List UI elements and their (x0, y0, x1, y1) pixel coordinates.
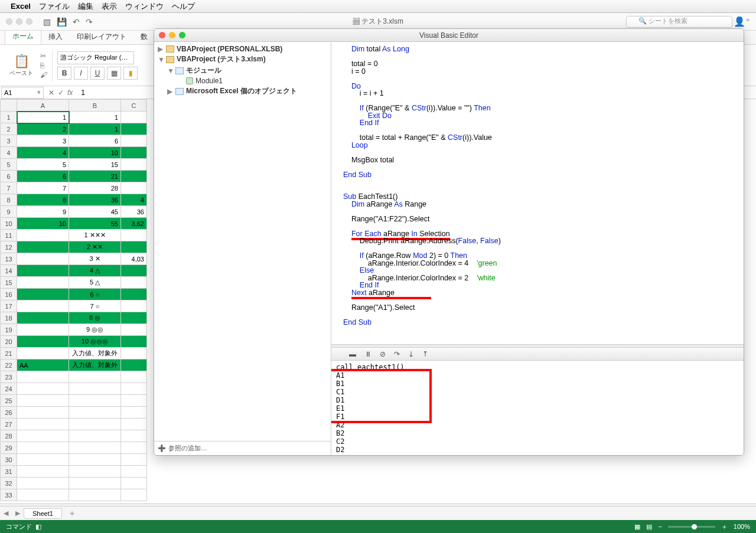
cell[interactable]: 4 △ (69, 265, 121, 277)
name-box[interactable]: A1▾ (1, 87, 44, 99)
row-header[interactable]: 25 (1, 395, 17, 407)
cell[interactable] (69, 430, 121, 442)
underline-button[interactable]: U (90, 67, 105, 80)
cell[interactable]: 1 (69, 112, 121, 123)
cell[interactable] (121, 383, 147, 395)
cell[interactable] (17, 466, 69, 478)
cell[interactable] (17, 478, 69, 489)
step-over-icon[interactable]: ↷ (394, 350, 400, 358)
cell[interactable] (69, 489, 121, 501)
row-header[interactable]: 6 (1, 171, 17, 182)
tree-node[interactable]: Module1 (154, 76, 331, 86)
cell[interactable]: 2 (17, 123, 69, 135)
row-header[interactable]: 23 (1, 371, 17, 383)
cell[interactable]: 4 (121, 194, 147, 206)
cell[interactable] (121, 265, 147, 277)
undo-icon[interactable]: ↶ (73, 17, 80, 27)
cell[interactable]: 8 (17, 194, 69, 206)
col-header[interactable]: B (69, 100, 121, 112)
cell[interactable] (121, 478, 147, 489)
fill-color-button[interactable]: ▮ (123, 67, 138, 80)
cell[interactable] (121, 312, 147, 324)
cell[interactable] (17, 241, 69, 253)
ribbon-tab[interactable]: ホーム (5, 28, 41, 44)
cell[interactable] (69, 454, 121, 466)
tree-node[interactable]: ▶VBAProject (PERSONAL.XLSB) (154, 44, 331, 54)
cell[interactable]: 36 (69, 194, 121, 206)
cell[interactable] (121, 135, 147, 147)
cell[interactable] (121, 123, 147, 135)
row-header[interactable]: 33 (1, 489, 17, 501)
cell[interactable] (121, 442, 147, 454)
cell[interactable] (69, 478, 121, 489)
bold-button[interactable]: B (57, 67, 71, 80)
cell[interactable] (121, 112, 147, 123)
row-header[interactable]: 18 (1, 312, 17, 324)
zoom-icon[interactable] (179, 32, 185, 38)
cell[interactable] (121, 182, 147, 194)
immediate-window[interactable]: call eachtest1() A1 B1 C1 D1 E1 F1 A2 B2… (331, 361, 744, 455)
zoom-slider[interactable] (668, 526, 715, 528)
cell[interactable]: 1 (69, 123, 121, 135)
cell[interactable]: 1 (17, 112, 69, 123)
cell[interactable]: 7 (17, 182, 69, 194)
cell[interactable] (17, 395, 69, 407)
cell[interactable]: 4 (17, 147, 69, 159)
cell[interactable] (17, 277, 69, 289)
minimize-icon[interactable] (169, 32, 175, 38)
sheet-tab[interactable]: Sheet1 (24, 508, 62, 519)
tree-node[interactable]: ▼モジュール (154, 65, 331, 76)
font-selector[interactable]: 游ゴシック Regular (… (57, 51, 134, 64)
zoom-value[interactable]: 100% (734, 523, 750, 530)
cell[interactable] (121, 300, 147, 312)
tree-node[interactable]: ▼VBAProject (テスト3.xlsm) (154, 54, 331, 65)
cell[interactable] (121, 324, 147, 336)
cell[interactable]: 8 ◎ (69, 312, 121, 324)
row-header[interactable]: 29 (1, 442, 17, 454)
cell[interactable] (17, 312, 69, 324)
row-header[interactable]: 31 (1, 466, 17, 478)
cell[interactable]: 28 (69, 182, 121, 194)
cell[interactable] (121, 241, 147, 253)
row-header[interactable]: 3 (1, 135, 17, 147)
cell[interactable] (17, 407, 69, 418)
cell[interactable]: 45 (69, 206, 121, 218)
row-header[interactable]: 10 (1, 218, 17, 230)
cell[interactable] (17, 454, 69, 466)
ribbon-tab[interactable]: 数 (133, 30, 155, 44)
save-icon[interactable]: ▧ (43, 17, 51, 27)
cell[interactable]: 55 (69, 218, 121, 230)
macro-rec-icon[interactable]: ◧ (35, 523, 41, 530)
run-icon[interactable]: ▬ (349, 350, 356, 358)
app-name[interactable]: Excel (11, 2, 31, 11)
row-header[interactable]: 15 (1, 277, 17, 289)
cell[interactable] (17, 289, 69, 300)
row-header[interactable]: 27 (1, 418, 17, 430)
cancel-icon[interactable]: ✕ (48, 89, 54, 97)
cell[interactable] (121, 289, 147, 300)
cell[interactable] (17, 430, 69, 442)
save-icon-2[interactable]: 💾 (57, 17, 67, 27)
cell[interactable] (17, 300, 69, 312)
cell[interactable]: 10 (69, 147, 121, 159)
cell[interactable]: 5 △ (69, 277, 121, 289)
cell[interactable]: 4,03 (121, 253, 147, 265)
add-reference-link[interactable]: ➕参照の追加… (154, 441, 331, 455)
cell[interactable] (17, 230, 69, 241)
row-header[interactable]: 28 (1, 430, 17, 442)
cell[interactable] (17, 336, 69, 348)
cut-icon[interactable]: ✂ (40, 52, 47, 60)
add-sheet-icon[interactable]: ＋ (68, 508, 76, 519)
cell[interactable] (121, 171, 147, 182)
cell[interactable] (17, 348, 69, 359)
cell[interactable]: 入力値、対象外 (69, 359, 121, 371)
menu-item[interactable]: 表示 (102, 2, 117, 11)
cell[interactable] (121, 489, 147, 501)
cell[interactable] (121, 147, 147, 159)
cell[interactable] (69, 466, 121, 478)
row-header[interactable]: 7 (1, 182, 17, 194)
menu-item[interactable]: ヘルプ (172, 2, 195, 11)
cell[interactable]: 21 (69, 171, 121, 182)
row-header[interactable]: 26 (1, 407, 17, 418)
cell[interactable] (121, 277, 147, 289)
